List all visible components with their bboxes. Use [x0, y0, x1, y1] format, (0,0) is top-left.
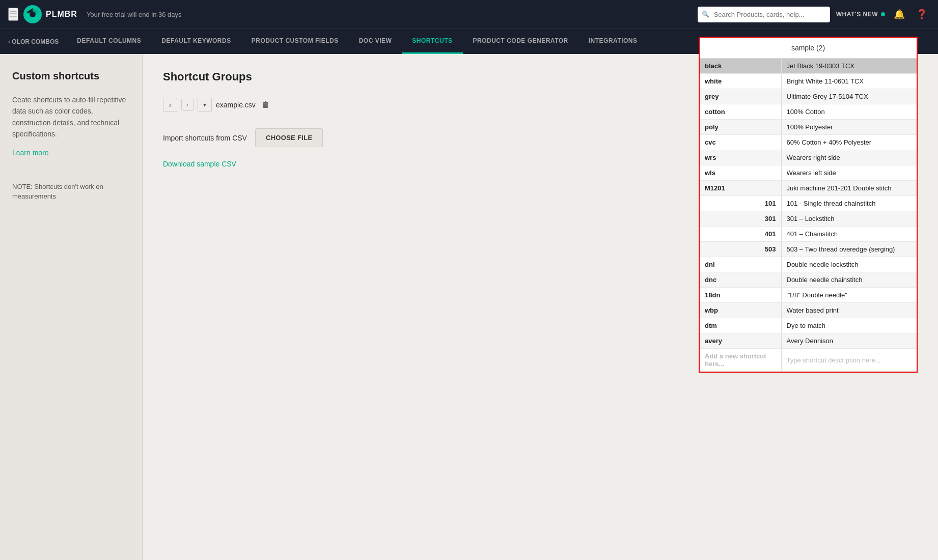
add-shortcut-row[interactable]: Add a new shortcut here...Type shortcut …: [700, 349, 917, 372]
shortcut-value: Double needle lockstitch: [781, 257, 917, 272]
expand-button[interactable]: ›: [163, 98, 177, 112]
subnav-shortcuts[interactable]: SHORTCUTS: [402, 29, 462, 54]
trial-text: Your free trial will end in 36 days: [87, 11, 182, 18]
table-row: cvc60% Cotton + 40% Polyester: [700, 135, 917, 150]
sample-table: blackJet Black 19-0303 TCXwhiteBright Wh…: [700, 59, 917, 372]
add-shortcut-key-placeholder: Add a new shortcut here...: [700, 349, 781, 372]
shortcut-key: grey: [700, 89, 781, 104]
brand-name: PLMBR: [46, 10, 77, 19]
shortcut-key: dnc: [700, 272, 781, 288]
subnav-product-custom-fields[interactable]: PRODUCT CUSTOM FIELDS: [241, 29, 349, 54]
table-row: 503503 – Two thread overedge (serging): [700, 242, 917, 257]
shortcut-value: Bright White 11-0601 TCX: [781, 74, 917, 89]
sidebar-description: Ceate shortcuts to auto-fill repetitive …: [12, 94, 130, 140]
expand-button-secondary[interactable]: ›: [181, 99, 194, 111]
table-row: blackJet Black 19-0303 TCX: [700, 59, 917, 74]
import-label: Import shortcuts from CSV: [163, 134, 247, 142]
shortcut-value: "1/8" Double needle": [781, 288, 917, 303]
shortcut-key: 18dn: [700, 288, 781, 303]
sample-table-title: sample (2): [700, 38, 917, 59]
shortcut-key: cotton: [700, 104, 781, 120]
notifications-button[interactable]: 🔔: [891, 6, 907, 22]
main-content: Shortcut Groups sample (2) blackJet Blac…: [143, 54, 938, 560]
whats-new-button[interactable]: WHAT'S NEW: [836, 11, 885, 18]
top-bar-right: WHAT'S NEW 🔔 ❓: [698, 6, 930, 22]
shortcut-value: Wearers right side: [781, 150, 917, 165]
choose-file-button[interactable]: CHOOSE FILE: [255, 128, 323, 147]
add-shortcut-value-placeholder: Type shortcut description here...: [781, 349, 917, 372]
shortcut-key: 101: [700, 196, 781, 211]
subnav-default-keywords[interactable]: DEFAULT KEYWORDS: [151, 29, 241, 54]
shortcut-key: wbp: [700, 303, 781, 318]
import-row: Import shortcuts from CSV CHOOSE FILE: [163, 128, 699, 147]
hamburger-menu[interactable]: ☰: [8, 8, 18, 21]
shortcut-value: 100% Polyester: [781, 120, 917, 135]
table-row: 18dn"1/8" Double needle": [700, 288, 917, 303]
shortcut-value: Double needle chainstitch: [781, 272, 917, 288]
top-bar: ☰ PLMBR Your free trial will end in 36 d…: [0, 0, 938, 29]
shortcut-key: wrs: [700, 150, 781, 165]
dropdown-button[interactable]: ▾: [198, 98, 212, 112]
shortcut-key: black: [700, 59, 781, 74]
sample-table-container: sample (2) blackJet Black 19-0303 TCXwhi…: [699, 37, 918, 373]
shortcut-value: 301 – Lockstitch: [781, 211, 917, 227]
download-sample-link[interactable]: Download sample CSV: [163, 160, 236, 168]
whats-new-dot: [881, 12, 885, 16]
sub-nav-back[interactable]: ‹ OLOR COMBOS: [0, 29, 67, 54]
shortcut-value: 503 – Two thread overedge (serging): [781, 242, 917, 257]
shortcut-value: 401 – Chainstitch: [781, 227, 917, 242]
table-row: dtmDye to match: [700, 318, 917, 333]
shortcut-key: wls: [700, 165, 781, 181]
logo-icon: [23, 5, 42, 23]
shortcut-value: 101 - Single thread chainstitch: [781, 196, 917, 211]
table-row: 301301 – Lockstitch: [700, 211, 917, 227]
whats-new-label: WHAT'S NEW: [836, 11, 878, 18]
table-row: cotton100% Cotton: [700, 104, 917, 120]
table-row: averyAvery Dennison: [700, 333, 917, 349]
filename-text: example.csv: [216, 101, 256, 109]
table-row: 101101 - Single thread chainstitch: [700, 196, 917, 211]
subnav-default-columns[interactable]: DEFAULT COLUMNS: [67, 29, 151, 54]
help-button[interactable]: ❓: [914, 6, 930, 22]
shortcut-value: Avery Dennison: [781, 333, 917, 349]
table-row: wrsWearers right side: [700, 150, 917, 165]
shortcut-value: Jet Black 19-0303 TCX: [781, 59, 917, 74]
table-row: dncDouble needle chainstitch: [700, 272, 917, 288]
learn-more-link[interactable]: Learn more: [12, 149, 49, 157]
shortcut-key: M1201: [700, 181, 781, 196]
table-row: 401401 – Chainstitch: [700, 227, 917, 242]
table-row: wlsWearers left side: [700, 165, 917, 181]
content-inner: sample (2) blackJet Black 19-0303 TCXwhi…: [163, 98, 918, 373]
subnav-doc-view[interactable]: DOC VIEW: [349, 29, 402, 54]
table-row: whiteBright White 11-0601 TCX: [700, 74, 917, 89]
shortcut-key: dnl: [700, 257, 781, 272]
sidebar-note: NOTE: Shortcuts don't work on measuremen…: [12, 182, 130, 202]
logo-container: PLMBR: [23, 5, 77, 23]
table-row: greyUltimate Grey 17-5104 TCX: [700, 89, 917, 104]
search-input[interactable]: [698, 7, 830, 22]
table-row: dnlDouble needle lockstitch: [700, 257, 917, 272]
table-row: wbpWater based print: [700, 303, 917, 318]
subnav-product-code-generator[interactable]: PRODUCT CODE GENERATOR: [463, 29, 578, 54]
main-layout: Custom shortcuts Ceate shortcuts to auto…: [0, 54, 938, 560]
search-wrapper: [698, 7, 830, 22]
shortcut-value: Water based print: [781, 303, 917, 318]
shortcut-value: Ultimate Grey 17-5104 TCX: [781, 89, 917, 104]
shortcut-key: poly: [700, 120, 781, 135]
shortcut-key: 301: [700, 211, 781, 227]
table-row: M1201Juki machine 201-201 Double stitch: [700, 181, 917, 196]
shortcut-value: Juki machine 201-201 Double stitch: [781, 181, 917, 196]
shortcut-value: 100% Cotton: [781, 104, 917, 120]
shortcut-value: Dye to match: [781, 318, 917, 333]
subnav-integrations[interactable]: INTEGRATIONS: [578, 29, 648, 54]
shortcut-key: avery: [700, 333, 781, 349]
shortcut-key: dtm: [700, 318, 781, 333]
shortcut-key: 503: [700, 242, 781, 257]
shortcut-value: Wearers left side: [781, 165, 917, 181]
shortcut-value: 60% Cotton + 40% Polyester: [781, 135, 917, 150]
table-row: poly100% Polyester: [700, 120, 917, 135]
shortcut-group-row: › › ▾ example.csv 🗑: [163, 98, 699, 112]
delete-button[interactable]: 🗑: [260, 98, 272, 111]
sidebar: Custom shortcuts Ceate shortcuts to auto…: [0, 54, 143, 560]
shortcut-key: cvc: [700, 135, 781, 150]
